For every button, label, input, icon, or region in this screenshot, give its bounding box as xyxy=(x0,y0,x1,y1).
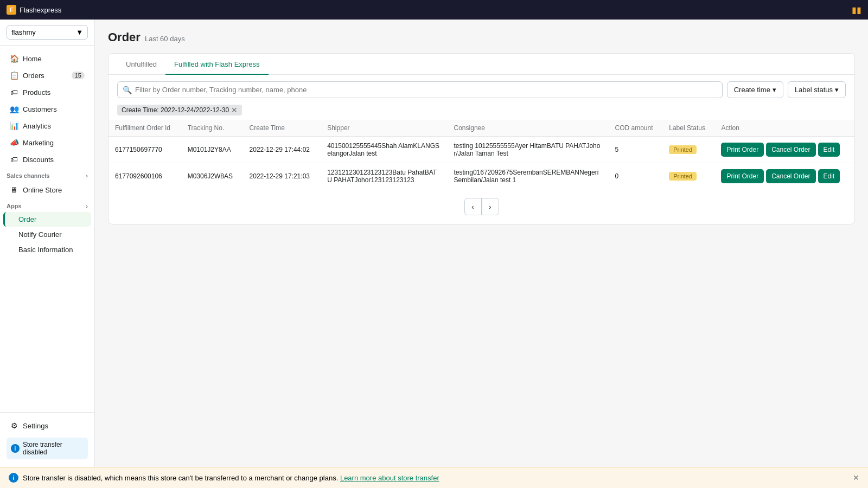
search-icon: 🔍 xyxy=(123,86,132,94)
sidebar-item-products[interactable]: 🏷 Products xyxy=(3,84,91,100)
main-content: Order Last 60 days Unfulfilled Fulfilled… xyxy=(95,20,868,467)
cell-cod-1: 5 xyxy=(609,137,663,163)
sidebar-item-customers[interactable]: 👥 Customers xyxy=(3,101,91,117)
analytics-icon: 📊 xyxy=(10,121,18,130)
marketing-icon: 📣 xyxy=(10,138,18,147)
sidebar-sub-notify-courier[interactable]: Notify Courier xyxy=(3,227,91,242)
sidebar-item-analytics-label: Analytics xyxy=(23,122,51,130)
cancel-order-btn-2[interactable]: Cancel Order xyxy=(766,169,815,183)
col-tracking-no: Tracking No. xyxy=(181,120,243,137)
search-input[interactable] xyxy=(117,81,723,98)
print-order-btn-2[interactable]: Print Order xyxy=(721,169,764,183)
sidebar-item-discounts-label: Discounts xyxy=(23,156,54,164)
cell-shipper-2: 123121230123123123Batu PahatBATU PAHATJo… xyxy=(321,163,447,190)
sidebar-sub-basic-information[interactable]: Basic Information xyxy=(3,242,91,257)
orders-table: Fulfillment Order Id Tracking No. Create… xyxy=(108,120,854,189)
tabs: Unfulfilled Fulfilled with Flash Express xyxy=(108,54,854,75)
sidebar-item-online-store[interactable]: 🖥 Online Store xyxy=(3,182,91,198)
prev-page-btn[interactable]: ‹ xyxy=(464,198,482,215)
sidebar-item-marketing[interactable]: 📣 Marketing xyxy=(3,134,91,151)
banner-close-icon[interactable]: ✕ xyxy=(853,474,859,481)
sidebar-item-orders[interactable]: 📋 Orders 15 xyxy=(3,67,91,84)
store-selector: flashmy ▼ xyxy=(0,20,94,46)
store-dropdown[interactable]: flashmy ▼ xyxy=(7,25,88,40)
chevron-right-icon: › xyxy=(86,172,88,179)
create-time-filter[interactable]: Create time ▾ xyxy=(727,81,783,98)
sidebar-item-analytics[interactable]: 📊 Analytics xyxy=(3,118,91,134)
banner-text: Store transfer is disabled, which means … xyxy=(23,474,439,482)
sidebar-item-marketing-label: Marketing xyxy=(23,139,54,147)
notification-icon[interactable]: ▮▮ xyxy=(852,5,861,15)
cell-fulfillment-id-1: 6177150697770 xyxy=(108,137,181,163)
sidebar-item-home[interactable]: 🏠 Home xyxy=(3,50,91,67)
create-time-arrow-icon: ▾ xyxy=(773,86,776,94)
cancel-order-btn-1[interactable]: Cancel Order xyxy=(766,143,815,157)
banner-content: i Store transfer is disabled, which mean… xyxy=(9,473,439,483)
col-action: Action xyxy=(714,120,854,137)
pagination: ‹ › xyxy=(108,189,854,224)
page-title: Order xyxy=(108,30,141,44)
page-subtitle: Last 60 days xyxy=(145,35,185,43)
sidebar-bottom: ⚙ Settings i Store transfer disabled xyxy=(0,412,94,467)
sidebar-item-online-store-label: Online Store xyxy=(23,186,62,194)
status-badge-2: Printed xyxy=(669,172,697,181)
cell-fulfillment-id-2: 6177092600106 xyxy=(108,163,181,190)
next-icon: › xyxy=(489,203,491,211)
sidebar-item-customers-label: Customers xyxy=(23,105,57,113)
active-filters: Create Time: 2022-12-24/2022-12-30 ✕ xyxy=(108,105,854,120)
tab-fulfilled-flash[interactable]: Fulfilled with Flash Express xyxy=(165,54,269,75)
edit-btn-2[interactable]: Edit xyxy=(818,169,840,183)
sidebar-item-home-label: Home xyxy=(23,55,42,63)
app-icon: F xyxy=(7,5,16,15)
store-transfer-banner: i Store transfer is disabled, which mean… xyxy=(0,467,868,488)
products-icon: 🏷 xyxy=(10,88,18,97)
app-header: F Flashexpress xyxy=(7,5,61,15)
cell-tracking-2: M0306J2W8AS xyxy=(181,163,243,190)
dropdown-arrow-icon: ▼ xyxy=(76,28,83,36)
cell-consignee-2: testing01672092675SerembanSEREMBANNegeri… xyxy=(448,163,609,190)
sidebar-item-products-label: Products xyxy=(23,88,50,97)
table-row: 6177092600106 M0306J2W8AS 2022-12-29 17:… xyxy=(108,163,854,190)
prev-icon: ‹ xyxy=(471,203,474,211)
action-buttons-2: Print Order Cancel Order Edit xyxy=(721,169,848,183)
tab-unfulfilled[interactable]: Unfulfilled xyxy=(117,54,165,75)
apps-section: Apps › xyxy=(0,198,94,211)
col-create-time: Create Time xyxy=(243,120,321,137)
cell-tracking-1: M0101J2Y8AA xyxy=(181,137,243,163)
layout: flashmy ▼ 🏠 Home 📋 Orders 15 🏷 Products … xyxy=(0,20,868,467)
cell-label-status-1: Printed xyxy=(662,137,714,163)
cell-action-1: Print Order Cancel Order Edit xyxy=(714,137,854,163)
store-transfer-sidebar-icon: i xyxy=(11,444,20,453)
col-cod-amount: COD amount xyxy=(609,120,663,137)
next-page-btn[interactable]: › xyxy=(482,198,499,215)
sidebar-item-orders-label: Orders xyxy=(23,72,44,80)
sidebar-item-discounts[interactable]: 🏷 Discounts xyxy=(3,151,91,168)
sidebar-nav: 🏠 Home 📋 Orders 15 🏷 Products 👥 Customer… xyxy=(0,46,94,412)
cell-action-2: Print Order Cancel Order Edit xyxy=(714,163,854,190)
store-name: flashmy xyxy=(11,28,36,36)
page-header: Order Last 60 days xyxy=(108,30,855,44)
label-status-filter[interactable]: Label status ▾ xyxy=(788,81,846,98)
sidebar-item-settings[interactable]: ⚙ Settings xyxy=(3,418,91,434)
store-transfer-sidebar-label: Store transfer disabled xyxy=(23,441,84,456)
search-wrapper: 🔍 xyxy=(117,81,723,98)
cell-label-status-2: Printed xyxy=(662,163,714,190)
cell-create-time-1: 2022-12-29 17:44:02 xyxy=(243,137,321,163)
sidebar-sub-order[interactable]: Order xyxy=(3,212,91,227)
status-badge-1: Printed xyxy=(669,145,697,154)
print-order-btn-1[interactable]: Print Order xyxy=(721,143,764,157)
orders-card: Unfulfilled Fulfilled with Flash Express… xyxy=(108,53,855,224)
store-transfer-link[interactable]: Learn more about store transfer xyxy=(340,474,439,482)
col-shipper: Shipper xyxy=(321,120,447,137)
col-fulfillment-order-id: Fulfillment Order Id xyxy=(108,120,181,137)
cell-cod-2: 0 xyxy=(609,163,663,190)
edit-btn-1[interactable]: Edit xyxy=(818,143,840,157)
cell-consignee-1: testing 10125555555Ayer HitamBATU PAHATJ… xyxy=(448,137,609,163)
col-label-status: Label Status xyxy=(662,120,714,137)
table-row: 6177150697770 M0101J2Y8AA 2022-12-29 17:… xyxy=(108,137,854,163)
filters-row: 🔍 Create time ▾ Label status ▾ xyxy=(108,75,854,105)
remove-filter-icon[interactable]: ✕ xyxy=(231,106,238,114)
label-status-arrow-icon: ▾ xyxy=(835,86,839,94)
orders-icon: 📋 xyxy=(10,71,18,80)
banner-info-icon: i xyxy=(9,473,18,483)
